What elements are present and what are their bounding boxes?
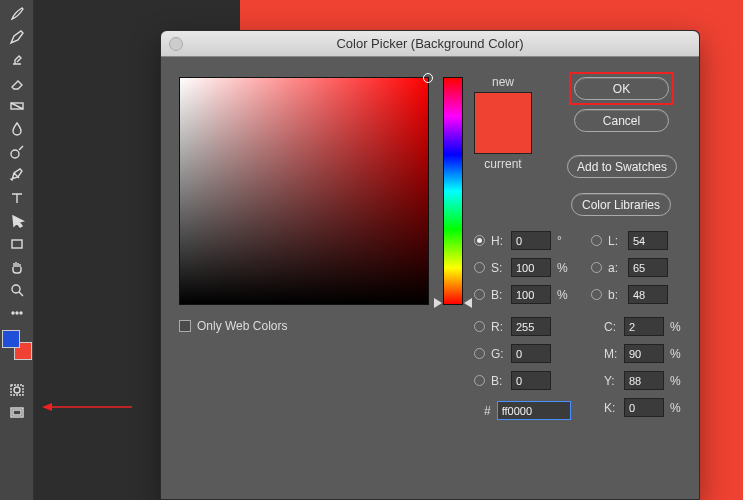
cancel-button[interactable]: Cancel <box>574 109 669 132</box>
hand-tool-icon[interactable] <box>0 255 34 278</box>
hue-marker[interactable] <box>434 298 442 308</box>
b-field[interactable] <box>511 371 551 390</box>
a-field[interactable] <box>628 258 668 277</box>
bri-radio[interactable] <box>474 289 485 300</box>
field-label: Y: <box>604 374 618 388</box>
saturation-value-picker[interactable] <box>179 77 429 305</box>
svg-point-8 <box>14 387 20 393</box>
l-radio[interactable] <box>591 235 602 246</box>
svg-point-5 <box>16 312 18 314</box>
field-label: L: <box>608 234 622 248</box>
ok-button[interactable]: OK <box>574 77 669 100</box>
type-tool-icon[interactable] <box>0 186 34 209</box>
bl-field[interactable] <box>628 285 668 304</box>
only-web-label: Only Web Colors <box>197 319 287 333</box>
b-radio[interactable] <box>474 375 485 386</box>
quick-mask-icon[interactable] <box>0 378 34 401</box>
edit-toolbar-icon[interactable] <box>0 301 34 324</box>
mixer-brush-icon[interactable] <box>0 25 34 48</box>
r-field[interactable] <box>511 317 551 336</box>
blur-tool-icon[interactable] <box>0 117 34 140</box>
brush-tool-icon[interactable] <box>0 2 34 25</box>
field-label: a: <box>608 261 622 275</box>
svg-point-4 <box>12 312 14 314</box>
field-label: K: <box>604 401 618 415</box>
sv-indicator[interactable] <box>423 73 433 83</box>
foreground-swatch[interactable] <box>2 330 20 348</box>
svg-rect-10 <box>13 410 21 415</box>
only-web-checkbox[interactable] <box>179 320 191 332</box>
c-field[interactable] <box>624 317 664 336</box>
hex-field[interactable] <box>497 401 571 420</box>
g-radio[interactable] <box>474 348 485 359</box>
add-to-swatches-button[interactable]: Add to Swatches <box>567 155 677 178</box>
bri-field[interactable] <box>511 285 551 304</box>
g-field[interactable] <box>511 344 551 363</box>
dialog-title-bar[interactable]: Color Picker (Background Color) <box>161 31 699 57</box>
field-label: S: <box>491 261 505 275</box>
tools-panel <box>0 0 34 500</box>
svg-rect-2 <box>12 240 22 248</box>
bl-radio[interactable] <box>591 289 602 300</box>
rectangle-tool-icon[interactable] <box>0 232 34 255</box>
dialog-title: Color Picker (Background Color) <box>336 36 523 51</box>
y-field[interactable] <box>624 371 664 390</box>
hex-label: # <box>484 404 491 418</box>
k-field[interactable] <box>624 398 664 417</box>
pen-tool-icon[interactable] <box>0 163 34 186</box>
svg-point-6 <box>20 312 22 314</box>
new-current-preview: new current <box>474 75 532 171</box>
hue-field[interactable] <box>511 231 551 250</box>
field-label: R: <box>491 320 505 334</box>
r-radio[interactable] <box>474 321 485 332</box>
field-label: B: <box>491 288 505 302</box>
gradient-tool-icon[interactable] <box>0 94 34 117</box>
hue-marker[interactable] <box>464 298 472 308</box>
dodge-tool-icon[interactable] <box>0 140 34 163</box>
screen-mode-icon[interactable] <box>0 401 34 424</box>
color-libraries-button[interactable]: Color Libraries <box>571 193 671 216</box>
hue-radio[interactable] <box>474 235 485 246</box>
svg-marker-12 <box>42 403 52 411</box>
l-field[interactable] <box>628 231 668 250</box>
color-picker-dialog: Color Picker (Background Color) new curr… <box>160 30 700 500</box>
zoom-tool-icon[interactable] <box>0 278 34 301</box>
hue-slider[interactable] <box>443 77 463 305</box>
clone-stamp-icon[interactable] <box>0 48 34 71</box>
new-color-swatch <box>475 93 531 123</box>
m-field[interactable] <box>624 344 664 363</box>
svg-point-1 <box>11 150 19 158</box>
close-window-icon[interactable] <box>169 37 183 51</box>
annotation-arrow <box>42 398 132 408</box>
sat-field[interactable] <box>511 258 551 277</box>
field-label: B: <box>491 374 505 388</box>
sat-radio[interactable] <box>474 262 485 273</box>
current-color-swatch[interactable] <box>475 123 531 153</box>
field-label: b: <box>608 288 622 302</box>
eraser-tool-icon[interactable] <box>0 71 34 94</box>
only-web-colors-row: Only Web Colors <box>179 319 287 333</box>
color-swatches[interactable] <box>2 330 32 360</box>
field-label: G: <box>491 347 505 361</box>
a-radio[interactable] <box>591 262 602 273</box>
field-label: H: <box>491 234 505 248</box>
svg-point-3 <box>12 285 20 293</box>
current-label: current <box>474 157 532 171</box>
field-label: C: <box>604 320 618 334</box>
path-selection-icon[interactable] <box>0 209 34 232</box>
new-label: new <box>474 75 532 89</box>
field-label: M: <box>604 347 618 361</box>
